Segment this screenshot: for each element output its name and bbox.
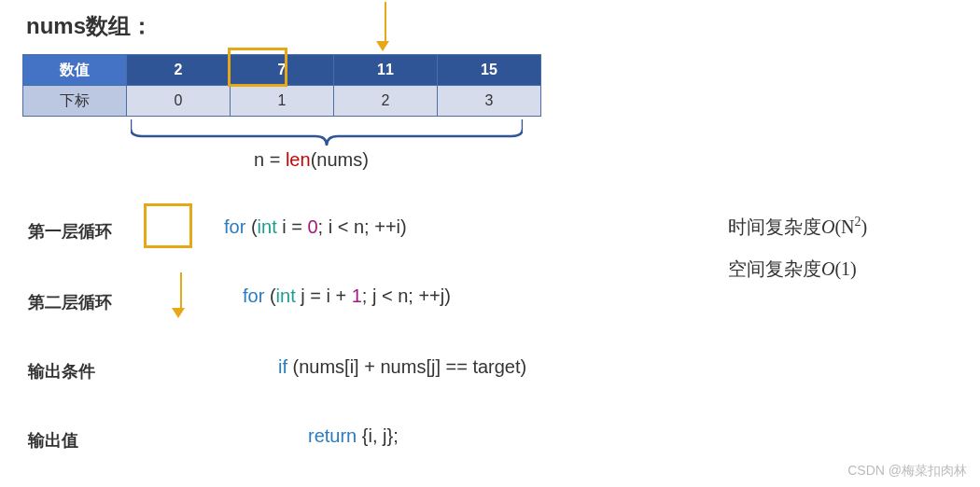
label-loop2: 第二层循环 [28,291,112,313]
len-lhs: n = [254,149,286,170]
label-out: 输出值 [28,429,78,452]
pointer-arrow-mid [177,272,185,318]
index-cell: 1 [231,86,334,117]
space-complexity: 空间复杂度O(1) [728,257,867,282]
row-header-indices: 下标 [23,86,127,117]
code-loop2: for (int j = i + 1; j < n; ++j) [243,285,451,307]
watermark: CSDN @梅菜扣肉林 [847,463,967,480]
code-return: return {i, j}; [308,425,399,447]
value-cell: 2 [127,55,231,86]
highlight-box [228,48,287,87]
len-args: (nums) [311,149,369,170]
row-header-values: 数值 [23,55,127,86]
len-fn: len [286,149,311,170]
pointer-arrow-top [382,2,389,51]
table-row-indices: 下标 0 1 2 3 [23,86,541,117]
index-cell: 0 [127,86,231,117]
highlight-box-loop [144,203,192,248]
len-expression: n = len(nums) [254,149,369,171]
time-complexity: 时间复杂度O(N2) [728,215,867,240]
label-loop1: 第一层循环 [28,220,112,243]
label-cond: 输出条件 [28,360,95,383]
value-cell: 11 [334,55,438,86]
code-cond: if (nums[i] + nums[j] == target) [278,356,526,378]
index-cell: 2 [334,86,438,117]
complexity-block: 时间复杂度O(N2) 空间复杂度O(1) [728,215,867,299]
title: nums数组： [26,11,153,41]
index-cell: 3 [438,86,541,117]
brace-icon [131,119,523,146]
value-cell: 15 [438,55,541,86]
code-loop1: for (int i = 0; i < n; ++i) [224,216,407,238]
